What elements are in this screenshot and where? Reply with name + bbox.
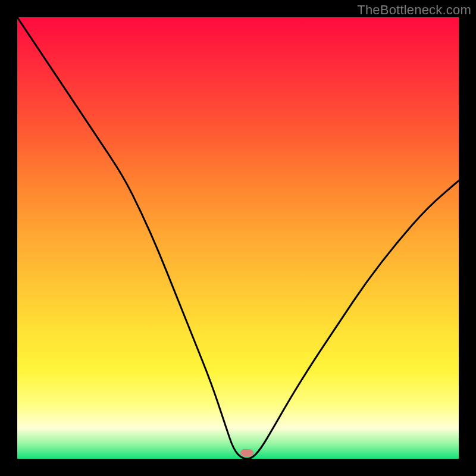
chart-frame: TheBottleneck.com <box>0 0 476 476</box>
plot-area <box>17 17 459 459</box>
optimal-point-marker <box>240 449 253 456</box>
watermark-text: TheBottleneck.com <box>357 2 471 18</box>
bottleneck-curve <box>17 17 459 459</box>
